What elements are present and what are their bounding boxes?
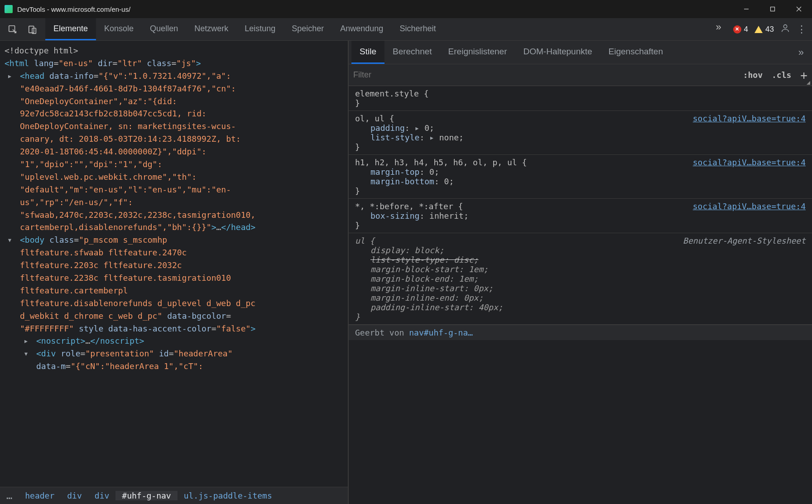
styles-pane[interactable]: element.style {}ol, ul {social?apiV…base…	[349, 86, 812, 504]
styles-tab-stile[interactable]: Stile	[351, 41, 384, 64]
tab-speicher[interactable]: Speicher	[283, 18, 332, 40]
style-rule[interactable]: element.style {}	[349, 86, 812, 111]
css-property[interactable]: list-style-type: disc;	[355, 255, 806, 264]
hov-button[interactable]: :hov	[743, 70, 763, 80]
new-style-rule-button[interactable]: +	[800, 68, 807, 82]
css-property[interactable]: margin-block-end: 1em;	[355, 274, 806, 283]
doctype-node[interactable]: <!doctype html>	[5, 46, 78, 55]
svg-rect-1	[771, 7, 775, 11]
error-icon: ✕	[733, 25, 741, 34]
body-node[interactable]: ▾<body class="p_mscom s_mscomhpfltfeatur…	[11, 234, 343, 335]
css-property[interactable]: margin-inline-start: 0px;	[355, 283, 806, 293]
resize-handle-icon[interactable]	[807, 81, 810, 85]
css-property[interactable]: display: block;	[355, 245, 806, 255]
window-title: DevTools - www.microsoft.com/en-us/	[17, 5, 130, 13]
app-icon	[5, 5, 13, 13]
tab-konsole[interactable]: Konsole	[96, 18, 142, 40]
warning-count[interactable]: 43	[754, 25, 774, 34]
style-rule[interactable]: *, *:before, *:after {social?apiV…base=t…	[349, 199, 812, 233]
style-rule[interactable]: h1, h2, h3, h4, h5, h6, ol, p, ul {socia…	[349, 155, 812, 199]
styles-tabs: StileBerechnetEreignislistenerDOM-Haltep…	[349, 41, 812, 64]
minimize-button[interactable]	[733, 0, 759, 18]
crumb-4[interactable]: #uhf-g-nav	[115, 491, 177, 500]
crumb-0[interactable]: …	[0, 491, 19, 501]
css-property[interactable]: list-style: ▸ none;	[355, 133, 806, 142]
devtools-toolbar: ElementeKonsoleQuellenNetzwerkLeistungSp…	[0, 18, 812, 41]
tabs-overflow-icon[interactable]: »	[710, 18, 728, 36]
svg-point-7	[783, 25, 787, 28]
styles-tab-dom-haltepunkte[interactable]: DOM-Haltepunkte	[515, 41, 601, 64]
dom-tree[interactable]: <!doctype html> <html lang="en-us" dir="…	[0, 41, 348, 487]
cls-button[interactable]: .cls	[772, 70, 791, 80]
svg-rect-5	[29, 26, 34, 33]
crumb-3[interactable]: div	[88, 491, 116, 500]
source-comment: Benutzer-Agent-Stylesheet	[683, 236, 806, 245]
breadcrumb: …headerdivdiv#uhf-g-navul.js-paddle-item…	[0, 487, 348, 504]
css-property[interactable]: margin-block-start: 1em;	[355, 264, 806, 274]
css-property[interactable]: margin-bottom: 0;	[355, 177, 806, 186]
source-link[interactable]: social?apiV…base=true:4	[693, 114, 806, 123]
head-node[interactable]: ▸<head data-info="{"v":"1.0.7321.40972",…	[11, 70, 343, 234]
styles-tab-eigenschaften[interactable]: Eigenschaften	[601, 41, 671, 64]
tab-netzwerk[interactable]: Netzwerk	[186, 18, 236, 40]
more-icon[interactable]: ⋮	[797, 24, 807, 35]
source-link[interactable]: social?apiV…base=true:4	[693, 158, 806, 167]
maximize-button[interactable]	[759, 0, 786, 18]
crumb-1[interactable]: header	[19, 491, 61, 500]
css-property[interactable]: box-sizing: inherit;	[355, 211, 806, 221]
styles-tab-ereignislistener[interactable]: Ereignislistener	[440, 41, 515, 64]
error-number: 4	[744, 25, 748, 34]
tab-quellen[interactable]: Quellen	[142, 18, 186, 40]
styles-tab-berechnet[interactable]: Berechnet	[384, 41, 440, 64]
style-rule[interactable]: ul {Benutzer-Agent-Stylesheetdisplay: bl…	[349, 233, 812, 325]
settings-icon[interactable]	[780, 23, 790, 35]
styles-filter-input[interactable]	[353, 70, 743, 80]
css-property[interactable]: padding-inline-start: 40px;	[355, 302, 806, 312]
warning-number: 43	[765, 25, 774, 34]
inherited-link[interactable]: nav#uhf-g-na…	[409, 328, 473, 337]
error-count[interactable]: ✕ 4	[733, 25, 748, 34]
tab-anwendung[interactable]: Anwendung	[332, 18, 391, 40]
close-button[interactable]	[786, 0, 812, 18]
css-property[interactable]: margin-top: 0;	[355, 167, 806, 177]
css-property[interactable]: padding: ▸ 0;	[355, 123, 806, 133]
warning-icon	[754, 26, 763, 33]
div-headerarea-node[interactable]: ▾<div role="presentation" id="headerArea…	[11, 347, 343, 373]
crumb-5[interactable]: ul.js-paddle-items	[178, 491, 279, 500]
tab-leistung[interactable]: Leistung	[236, 18, 283, 40]
styles-tabs-overflow-icon[interactable]: »	[790, 41, 812, 64]
style-rule[interactable]: ol, ul {social?apiV…base=true:4padding: …	[349, 111, 812, 155]
inspect-element-icon[interactable]	[4, 20, 22, 38]
tab-elemente[interactable]: Elemente	[45, 18, 96, 40]
source-link[interactable]: social?apiV…base=true:4	[693, 202, 806, 211]
crumb-2[interactable]: div	[61, 491, 88, 500]
filter-row: :hov .cls +	[349, 64, 812, 86]
css-property[interactable]: margin-inline-end: 0px;	[355, 293, 806, 302]
tab-sicherheit[interactable]: Sicherheit	[391, 18, 444, 40]
html-open-tag[interactable]: <html lang="en-us" dir="ltr" class="js">	[5, 57, 343, 70]
device-toggle-icon[interactable]	[24, 20, 42, 38]
inherited-from-row: Geerbt von nav#uhf-g-na…	[349, 325, 812, 340]
titlebar: DevTools - www.microsoft.com/en-us/	[0, 0, 812, 18]
noscript-node[interactable]: ▸<noscript>…</noscript>	[11, 335, 343, 347]
